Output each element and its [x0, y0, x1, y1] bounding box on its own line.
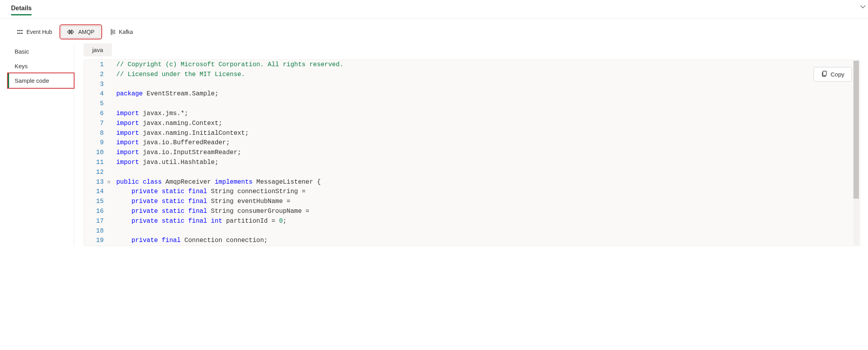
- code-content[interactable]: public class AmqpReceiver implements Mes…: [115, 177, 860, 187]
- code-content[interactable]: // Copyright (c) Microsoft Corporation. …: [115, 60, 860, 70]
- code-content[interactable]: // Licensed under the MIT License.: [115, 70, 860, 80]
- svg-rect-5: [21, 33, 22, 34]
- line-number: 17: [84, 216, 108, 226]
- copy-icon: [821, 71, 827, 78]
- content-area: java Copy 1// Copyright (c) Microsoft Co…: [74, 43, 860, 246]
- code-table: 1// Copyright (c) Microsoft Corporation.…: [84, 60, 860, 246]
- line-number: 13: [84, 177, 108, 187]
- kafka-icon: [110, 29, 116, 35]
- code-line: 1// Copyright (c) Microsoft Corporation.…: [84, 60, 860, 70]
- code-line: 6import javax.jms.*;: [84, 109, 860, 119]
- line-number: 14: [84, 187, 108, 197]
- line-number: 8: [84, 128, 108, 138]
- fold-gutter: [108, 197, 115, 207]
- line-number: 19: [84, 236, 108, 246]
- code-content[interactable]: import java.io.BufferedReader;: [115, 138, 860, 148]
- code-line: 10import java.io.InputStreamReader;: [84, 148, 860, 158]
- copy-button[interactable]: Copy: [814, 67, 852, 82]
- fold-gutter: [108, 60, 115, 70]
- fold-gutter: [108, 148, 115, 158]
- fold-gutter: [108, 226, 115, 236]
- line-number: 11: [84, 158, 108, 168]
- scrollbar-thumb[interactable]: [853, 61, 859, 199]
- code-line: 5: [84, 99, 860, 109]
- tab-label: Event Hub: [26, 29, 52, 35]
- code-line: 18: [84, 226, 860, 236]
- code-line: 16 private static final String consumerG…: [84, 207, 860, 216]
- code-content[interactable]: [115, 99, 860, 109]
- language-chip[interactable]: java: [84, 43, 112, 56]
- side-nav-sample-code[interactable]: Sample code: [8, 73, 74, 88]
- side-nav-label: Sample code: [15, 77, 49, 84]
- svg-rect-15: [823, 71, 826, 76]
- fold-gutter: [108, 187, 115, 197]
- protocol-tab-amqp[interactable]: AMQP: [61, 26, 100, 38]
- scrollbar-track[interactable]: [853, 61, 859, 245]
- code-content[interactable]: [115, 226, 860, 236]
- code-line: 4package EventStream.Sample;: [84, 89, 860, 99]
- code-content[interactable]: private static final int partitionId = 0…: [115, 216, 860, 226]
- side-nav-basic[interactable]: Basic: [8, 44, 74, 59]
- line-number: 5: [84, 99, 108, 109]
- details-header: Details: [0, 0, 868, 19]
- code-line: 3: [84, 80, 860, 89]
- fold-gutter: [108, 207, 115, 216]
- line-number: 10: [84, 148, 108, 158]
- protocol-tab-kafka[interactable]: Kafka: [104, 26, 139, 38]
- code-line: 12: [84, 168, 860, 177]
- fold-gutter: [108, 216, 115, 226]
- code-content[interactable]: import java.io.InputStreamReader;: [115, 148, 860, 158]
- code-line: 7import javax.naming.Context;: [84, 119, 860, 128]
- code-content[interactable]: private final Connection connection;: [115, 236, 860, 246]
- code-line: 9import java.io.BufferedReader;: [84, 138, 860, 148]
- code-scroll[interactable]: 1// Copyright (c) Microsoft Corporation.…: [84, 60, 860, 246]
- code-container: Copy 1// Copyright (c) Microsoft Corpora…: [84, 60, 860, 246]
- fold-gutter: [108, 70, 115, 80]
- fold-gutter: [108, 89, 115, 99]
- fold-gutter: [108, 158, 115, 168]
- code-content[interactable]: [115, 80, 860, 89]
- protocol-tab-eventhub[interactable]: Event Hub: [11, 26, 58, 38]
- side-nav: Basic Keys Sample code: [8, 43, 74, 246]
- svg-point-6: [111, 29, 112, 31]
- fold-gutter: [108, 109, 115, 119]
- svg-rect-2: [21, 30, 22, 31]
- code-content[interactable]: package EventStream.Sample;: [115, 89, 860, 99]
- tab-label: Kafka: [119, 29, 133, 35]
- code-content[interactable]: import javax.jms.*;: [115, 109, 860, 119]
- side-nav-keys[interactable]: Keys: [8, 59, 74, 73]
- code-line: 14 private static final String connectio…: [84, 187, 860, 197]
- line-number: 9: [84, 138, 108, 148]
- code-line: 17 private static final int partitionId …: [84, 216, 860, 226]
- protocol-tabs: Event Hub AMQP Kafka: [0, 19, 868, 43]
- fold-gutter: [108, 99, 115, 109]
- code-content[interactable]: private static final String connectionSt…: [115, 187, 860, 197]
- main-area: Basic Keys Sample code java Copy 1// Cop…: [0, 43, 868, 250]
- code-line: 8import javax.naming.InitialContext;: [84, 128, 860, 138]
- eventhub-icon: [17, 29, 23, 35]
- details-title[interactable]: Details: [11, 5, 32, 15]
- fold-gutter: [108, 128, 115, 138]
- svg-point-8: [111, 33, 112, 35]
- code-line: 15 private static final String eventHubN…: [84, 197, 860, 207]
- line-number: 2: [84, 70, 108, 80]
- code-content[interactable]: private static final String consumerGrou…: [115, 207, 860, 216]
- line-number: 1: [84, 60, 108, 70]
- code-line: 2// Licensed under the MIT License.: [84, 70, 860, 80]
- line-number: 18: [84, 226, 108, 236]
- line-number: 15: [84, 197, 108, 207]
- chevron-down-icon[interactable]: [860, 4, 866, 11]
- fold-gutter: [108, 236, 115, 246]
- code-content[interactable]: import javax.naming.InitialContext;: [115, 128, 860, 138]
- code-content[interactable]: [115, 168, 860, 177]
- fold-gutter: [108, 168, 115, 177]
- svg-rect-4: [19, 33, 20, 34]
- code-content[interactable]: import javax.naming.Context;: [115, 119, 860, 128]
- line-number: 3: [84, 80, 108, 89]
- fold-gutter[interactable]: ⊟: [108, 177, 115, 187]
- code-content[interactable]: import java.util.Hashtable;: [115, 158, 860, 168]
- svg-line-14: [112, 32, 114, 33]
- code-content[interactable]: private static final String eventHubName…: [115, 197, 860, 207]
- line-number: 16: [84, 207, 108, 216]
- fold-gutter: [108, 80, 115, 89]
